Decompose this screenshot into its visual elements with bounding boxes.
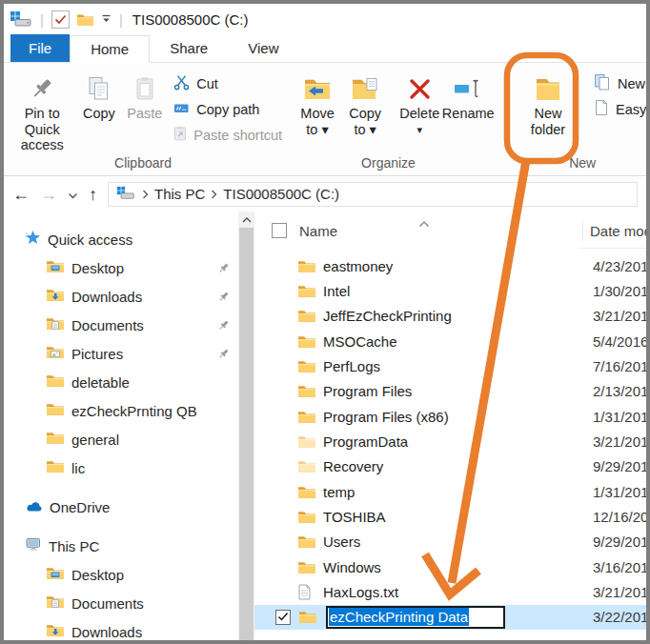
sidebar-scrollbar[interactable]: [238, 211, 254, 640]
file-row[interactable]: HaxLogs.txt3/21/201: [254, 579, 646, 604]
copy-path-button[interactable]: Copy path: [172, 96, 282, 122]
cut-button[interactable]: Cut: [172, 70, 282, 96]
column-header-name[interactable]: Name: [299, 223, 337, 239]
tab-file[interactable]: File: [10, 34, 70, 62]
breadcrumb-chevron-icon[interactable]: [211, 186, 217, 202]
folder-icon: [297, 534, 316, 549]
paste-shortcut-button[interactable]: Paste shortcut: [172, 122, 282, 148]
pin-icon: [217, 261, 230, 277]
delete-x-icon: [408, 71, 432, 106]
easy-access-button[interactable]: Easy access: [592, 96, 650, 122]
breadcrumb-drive[interactable]: TIS0008500C (C:): [223, 186, 339, 202]
move-to-label-line1: Move: [300, 106, 334, 122]
row-checkbox[interactable]: [275, 610, 291, 625]
sidebar-item-downloads[interactable]: Downloads: [4, 617, 238, 640]
folder-downloads-icon: [46, 288, 65, 305]
ribbon: Pin to Quick access Copy: [4, 63, 646, 176]
sidebar-item-quick-access[interactable]: Quick access: [4, 225, 238, 253]
sidebar-item-label: lic: [71, 460, 85, 476]
qat-checkmark-button[interactable]: [51, 10, 70, 29]
back-arrow-icon[interactable]: ←: [12, 186, 30, 203]
sidebar-item-desktop[interactable]: Desktop: [4, 253, 238, 282]
sidebar-item-pictures[interactable]: Pictures: [4, 339, 238, 368]
folder-icon: [46, 402, 65, 419]
breadcrumb[interactable]: This PC TIS0008500C (C:): [108, 182, 638, 207]
file-row[interactable]: Users9/29/201: [254, 530, 646, 554]
pin-to-quick-access-button[interactable]: Pin to Quick access: [8, 63, 76, 153]
copy-button[interactable]: Copy: [76, 63, 121, 122]
paste-shortcut-label: Paste shortcut: [193, 128, 282, 143]
easy-access-icon: [594, 99, 609, 119]
copy-to-button[interactable]: Copy to ▾: [341, 63, 389, 137]
sidebar-item-lic[interactable]: lic: [4, 453, 238, 482]
scrollbar-up-button[interactable]: [238, 211, 254, 228]
qat-new-folder-button[interactable]: [76, 12, 94, 27]
file-date: 1/31/201: [593, 484, 646, 500]
delete-label-line1: Delete: [399, 106, 439, 122]
file-row[interactable]: ezCheckPrinting Data3/22/201: [254, 605, 646, 630]
file-name: JeffEzCheckPrinting: [323, 308, 452, 324]
file-row[interactable]: MSOCache5/4/2016: [254, 329, 646, 353]
tab-share[interactable]: Share: [150, 34, 228, 62]
file-row[interactable]: ProgramData3/21/201: [254, 429, 646, 453]
ribbon-group-clipboard: Pin to Quick access Copy: [4, 63, 282, 175]
move-to-label-line2: to ▾: [306, 122, 328, 138]
sidebar-item-general[interactable]: general: [4, 425, 238, 453]
file-row[interactable]: Intel1/30/201: [254, 278, 646, 303]
file-date: 9/29/201: [593, 533, 646, 550]
folder-icon: [297, 384, 316, 398]
qat-customize-dropdown-icon[interactable]: [101, 14, 112, 24]
column-header-date-modified[interactable]: Date modified: [590, 223, 646, 239]
file-row[interactable]: Program Files (x86)1/31/201: [254, 404, 646, 429]
select-all-checkbox[interactable]: [272, 223, 287, 238]
rename-input[interactable]: ezCheckPrinting Data: [326, 606, 505, 629]
file-row[interactable]: JeffEzCheckPrinting3/21/201: [254, 304, 646, 329]
file-row[interactable]: Recovery9/29/201: [254, 454, 646, 479]
titlebar-separator: |: [118, 11, 124, 28]
pin-icon: [217, 290, 230, 306]
paste-label: Paste: [127, 106, 162, 122]
tab-view[interactable]: View: [228, 34, 298, 62]
sidebar-item-ezcheckprnting-qb[interactable]: ezCheckPrnting QB: [4, 396, 238, 425]
sort-ascending-icon[interactable]: [418, 214, 430, 231]
rename-button[interactable]: Rename: [442, 63, 495, 122]
pin-to-quick-access-label: Pin to Quick access: [8, 106, 76, 153]
sidebar-item-documents[interactable]: Documents: [4, 589, 238, 617]
paste-button[interactable]: Paste: [121, 63, 168, 122]
sidebar-item-onedrive[interactable]: OneDrive: [4, 493, 238, 521]
scrollbar-thumb[interactable]: [239, 228, 254, 640]
sidebar-item-desktop[interactable]: Desktop: [4, 560, 238, 589]
up-arrow-icon[interactable]: ↑: [89, 186, 97, 203]
file-row[interactable]: Windows3/16/201: [254, 554, 646, 579]
organize-group-label: Organize: [282, 153, 495, 175]
recent-locations-chevron-icon[interactable]: [68, 186, 78, 203]
sidebar-item-downloads[interactable]: Downloads: [4, 282, 238, 311]
file-row[interactable]: TOSHIBA12/16/20: [254, 504, 646, 529]
breadcrumb-chevron-icon[interactable]: [142, 186, 149, 202]
file-name: Windows: [323, 559, 381, 575]
sidebar-item-this-pc[interactable]: This PC: [4, 532, 238, 560]
file-date: 3/16/201: [593, 559, 646, 575]
breadcrumb-this-pc[interactable]: This PC: [154, 186, 205, 202]
move-to-button[interactable]: Move to ▾: [294, 63, 341, 137]
new-item-button[interactable]: New item: [592, 70, 650, 96]
sidebar-item-label: Downloads: [71, 624, 142, 640]
file-date: 3/21/201: [593, 308, 646, 324]
explorer-window: | | TIS0008500C (C:) File Home Share Vie…: [0, 0, 650, 644]
new-folder-button[interactable]: New folder: [518, 63, 579, 137]
file-row[interactable]: eastmoney4/23/201: [254, 253, 646, 278]
folder-icon: [297, 410, 316, 424]
column-separator[interactable]: [582, 220, 583, 241]
copy-path-icon: [173, 102, 190, 117]
forward-arrow-icon[interactable]: →: [40, 186, 57, 203]
folder-icon: [297, 459, 316, 473]
file-row[interactable]: PerfLogs7/16/201: [254, 353, 646, 378]
folder-icon: [297, 560, 316, 574]
folder-downloads-icon: [46, 623, 65, 640]
file-row[interactable]: Program Files2/13/201: [254, 379, 646, 404]
sidebar-item-deletable[interactable]: deletable: [4, 368, 238, 396]
tab-home[interactable]: Home: [70, 35, 150, 63]
sidebar-item-documents[interactable]: Documents: [4, 311, 238, 339]
file-row[interactable]: temp1/31/201: [254, 479, 646, 504]
delete-button[interactable]: Delete ▾: [397, 63, 442, 137]
